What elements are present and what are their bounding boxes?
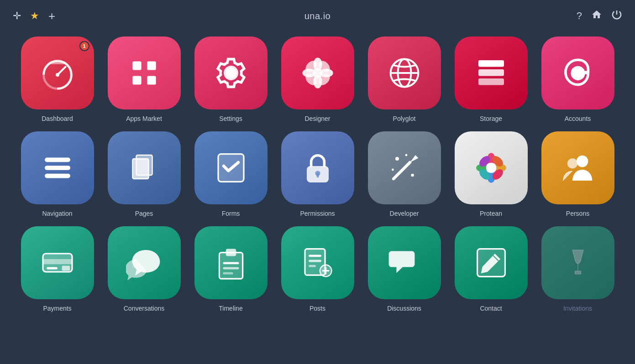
svg-point-37 (395, 157, 399, 161)
move-icon[interactable]: ✛ (13, 10, 21, 22)
svg-rect-5 (132, 61, 141, 70)
app-item-invitations[interactable]: Invitations (541, 226, 614, 312)
app-icon-discussions (368, 226, 441, 299)
app-item-conversations[interactable]: Conversations (108, 226, 181, 312)
app-icon-pages (108, 131, 181, 204)
app-label-discussions: Discussions (387, 305, 421, 312)
app-label-dashboard: Dashboard (42, 115, 73, 122)
app-label-designer: Designer (304, 115, 330, 122)
app-item-contact[interactable]: Contact (455, 226, 528, 312)
svg-rect-62 (309, 255, 321, 257)
svg-point-51 (567, 158, 577, 168)
site-title: una.io (304, 11, 331, 21)
app-icon-navigation (21, 131, 94, 204)
svg-line-35 (394, 162, 410, 179)
app-label-navigation: Navigation (42, 210, 72, 217)
app-label-payments: Payments (43, 305, 71, 312)
app-icon-accounts (541, 36, 614, 109)
app-icon-settings (194, 36, 268, 109)
svg-rect-58 (223, 262, 239, 264)
app-item-polyglot[interactable]: Polyglot (368, 36, 441, 122)
app-item-apps-market[interactable]: Apps Market (108, 36, 181, 122)
svg-rect-57 (226, 249, 236, 256)
svg-rect-63 (309, 260, 321, 262)
app-icon-designer (281, 36, 354, 109)
app-item-permissions[interactable]: Permissions (281, 131, 354, 217)
svg-rect-8 (147, 76, 156, 84)
app-label-apps-market: Apps Market (126, 115, 162, 122)
app-row-0: 1Dashboard Apps Market Settings Designer (27, 36, 608, 122)
svg-point-9 (226, 68, 236, 78)
app-item-protean[interactable]: Protean (455, 131, 528, 217)
app-icon-posts (281, 226, 354, 299)
svg-rect-34 (316, 173, 319, 178)
app-item-payments[interactable]: Payments (21, 226, 94, 312)
svg-rect-24 (478, 78, 504, 85)
app-label-forms: Forms (222, 210, 240, 217)
svg-rect-59 (223, 267, 239, 270)
app-icon-timeline (194, 226, 268, 299)
app-label-permissions: Permissions (300, 210, 335, 217)
header-left: ✛ ★ + (13, 9, 55, 23)
app-icon-conversations (108, 226, 181, 299)
app-icon-protean (455, 131, 528, 204)
svg-rect-23 (478, 69, 504, 76)
app-item-pages[interactable]: Pages (108, 131, 181, 217)
app-item-navigation[interactable]: Navigation (21, 131, 94, 217)
app-item-timeline[interactable]: Timeline (194, 226, 268, 312)
app-label-accounts: Accounts (565, 115, 591, 122)
app-grid: 1Dashboard Apps Market Settings Designer (0, 32, 635, 321)
app-icon-payments (21, 226, 94, 299)
star-icon[interactable]: ★ (30, 10, 39, 22)
app-label-persons: Persons (566, 210, 589, 217)
app-icon-polyglot (368, 36, 441, 109)
svg-rect-4 (49, 61, 65, 64)
app-item-forms[interactable]: Forms (194, 131, 268, 217)
power-icon[interactable] (611, 9, 622, 23)
app-icon-persons (541, 131, 614, 204)
svg-point-39 (392, 169, 394, 171)
app-icon-invitations (541, 226, 614, 299)
app-item-storage[interactable]: Storage (455, 36, 528, 122)
header: ✛ ★ + una.io ? (0, 0, 635, 32)
app-item-designer[interactable]: Designer (281, 36, 354, 122)
svg-rect-28 (45, 174, 70, 178)
app-label-timeline: Timeline (219, 305, 242, 312)
app-item-settings[interactable]: Settings (194, 36, 268, 122)
app-icon-permissions (281, 131, 354, 204)
help-icon[interactable]: ? (577, 10, 582, 22)
app-item-persons[interactable]: Persons (541, 131, 614, 217)
app-row-2: Payments Conversations Timeline Posts Di… (27, 226, 608, 312)
app-label-settings: Settings (219, 115, 242, 122)
add-icon[interactable]: + (48, 9, 55, 23)
app-label-conversations: Conversations (124, 305, 165, 312)
app-icon-storage (455, 36, 528, 109)
app-label-contact: Contact (480, 305, 502, 312)
svg-rect-26 (45, 158, 70, 162)
svg-point-49 (486, 163, 496, 173)
svg-rect-64 (309, 265, 316, 267)
svg-point-40 (405, 154, 407, 156)
app-icon-forms (194, 131, 268, 204)
svg-point-18 (312, 68, 322, 78)
app-item-developer[interactable]: Developer (368, 131, 441, 217)
svg-rect-30 (132, 159, 148, 179)
app-item-posts[interactable]: Posts (281, 226, 354, 312)
app-icon-contact (455, 226, 528, 299)
app-label-storage: Storage (480, 115, 502, 122)
svg-rect-27 (45, 166, 70, 170)
home-icon[interactable] (591, 9, 602, 23)
svg-marker-36 (410, 155, 418, 162)
app-label-polyglot: Polyglot (393, 115, 416, 122)
svg-point-50 (576, 156, 588, 167)
app-item-accounts[interactable]: Accounts (541, 36, 614, 122)
svg-rect-7 (132, 76, 141, 84)
badge-dashboard: 1 (79, 41, 89, 51)
svg-rect-56 (219, 253, 242, 279)
app-label-pages: Pages (135, 210, 153, 217)
app-item-dashboard[interactable]: 1Dashboard (21, 36, 94, 122)
app-item-discussions[interactable]: Discussions (368, 226, 441, 312)
app-label-invitations: Invitations (563, 305, 592, 312)
svg-rect-55 (62, 265, 70, 270)
app-icon-apps-market (108, 36, 181, 109)
